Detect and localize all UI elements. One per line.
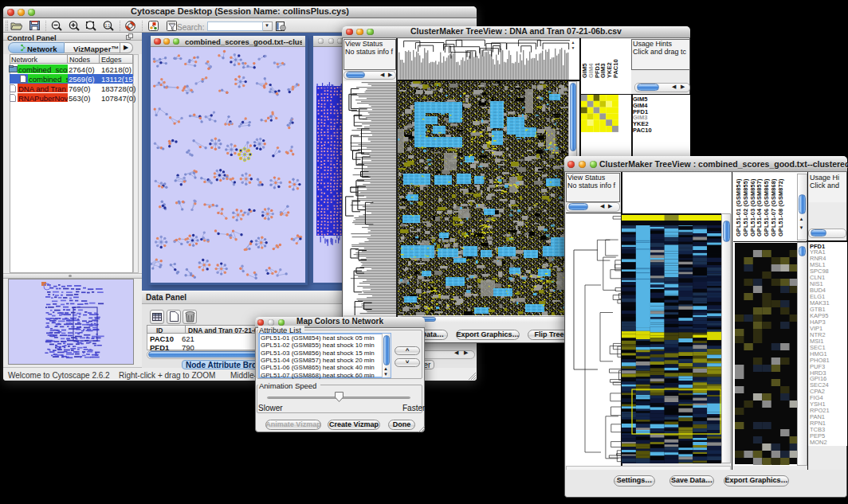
svg-text:1:1: 1:1 <box>105 24 111 28</box>
